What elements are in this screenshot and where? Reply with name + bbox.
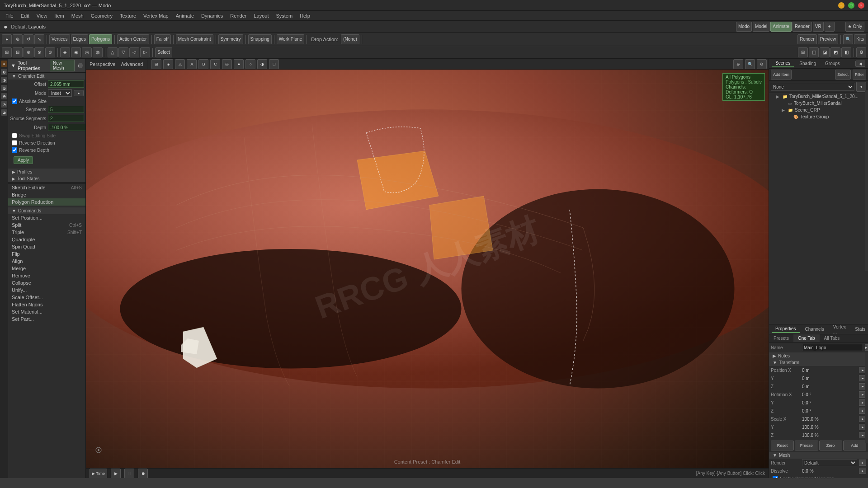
toolbar2-icon1[interactable]: ⊞ [2, 47, 12, 57]
scene-select-btn[interactable]: Select [835, 70, 851, 80]
tree-item-texture-group[interactable]: 🎨 Texture Group [769, 113, 868, 120]
presets-tab[interactable]: Presets [769, 334, 793, 342]
symmetry-btn[interactable]: Symmetry [218, 34, 243, 44]
toolbar2-icon3[interactable]: ⊕ [24, 47, 33, 57]
add-item-btn[interactable]: Add Item [771, 70, 792, 80]
mesh-section[interactable]: ▼ Mesh [769, 452, 868, 459]
menu-texture[interactable]: Texture [116, 11, 140, 21]
vertices-btn[interactable]: Vertices [49, 34, 70, 44]
vp-icon-10[interactable]: ◑ [257, 59, 267, 69]
tab-vr[interactable]: VR [813, 22, 824, 32]
vp-zoom-btn[interactable]: 🔍 [745, 59, 755, 69]
menu-edit[interactable]: Edit [17, 11, 33, 21]
scale-offset-item[interactable]: Scale Offset... [8, 294, 85, 301]
vp-icon-2[interactable]: ◈ [163, 59, 173, 69]
left-icon-7[interactable]: ◕ [1, 109, 7, 116]
toolbar2-icon8[interactable]: ◎ [82, 47, 92, 57]
info-icon[interactable]: i [78, 63, 83, 68]
toolbar2-icon12[interactable]: ◁ [129, 47, 139, 57]
toolbar2-icon7[interactable]: ◉ [71, 47, 81, 57]
new-mesh-btn[interactable]: New Mesh [50, 60, 75, 71]
vp-fit-btn[interactable]: ⊕ [733, 59, 743, 69]
left-icon-4[interactable]: ◒ [1, 85, 7, 91]
one-tab-tab[interactable]: One Tab [793, 334, 820, 342]
filter-icon[interactable]: ▾ [856, 82, 866, 92]
search-icon[interactable]: 🔍 [843, 34, 853, 44]
mode-select[interactable]: Inset [48, 89, 72, 97]
right-panel-scrollbar[interactable] [865, 352, 868, 443]
swap-editing-side-checkbox[interactable] [12, 133, 17, 138]
toolbar2-icon11[interactable]: ▽ [118, 47, 128, 57]
advanced-label[interactable]: Advanced [119, 61, 145, 67]
name-edit-btn[interactable]: ▸ [865, 344, 868, 351]
vp-icon-8[interactable]: ● [234, 59, 244, 69]
left-icon-2[interactable]: ◐ [1, 69, 7, 75]
set-material-item[interactable]: Set Material... [8, 308, 85, 315]
menu-animate[interactable]: Animate [172, 11, 198, 21]
menu-item[interactable]: Item [51, 11, 67, 21]
maximize-button[interactable]: □ [848, 2, 854, 9]
reset-button[interactable]: Reset [771, 441, 794, 450]
tool-states-header[interactable]: ▶ Tool States [8, 175, 85, 182]
groups-tab[interactable]: Groups [821, 60, 844, 67]
toolbar2-right1[interactable]: ⊞ [798, 47, 808, 57]
snapping-btn[interactable]: Snapping [248, 34, 272, 44]
dissolve-edit[interactable]: ▸ [859, 468, 866, 474]
kits-btn[interactable]: Kits [854, 34, 866, 44]
preview-btn[interactable]: Preview [818, 34, 839, 44]
work-plane-btn[interactable]: Work Plane [277, 34, 305, 44]
spin-quad-item[interactable]: Spin Quad [8, 243, 85, 250]
flip-item[interactable]: Flip [8, 250, 85, 258]
commands-header[interactable]: ▼ Commands [8, 207, 85, 214]
left-icon-3[interactable]: ◑ [1, 77, 7, 83]
expand-right-btn[interactable]: ◀ [855, 61, 865, 67]
collapse-item[interactable]: Collapse [8, 279, 85, 286]
toolbar2-icon5[interactable]: ⊘ [45, 47, 55, 57]
toolbar2-select[interactable]: Select [155, 47, 172, 57]
toolbar2-icon9[interactable]: ◍ [93, 47, 103, 57]
polygons-btn[interactable]: Polygons [89, 34, 112, 44]
name-input[interactable] [802, 344, 863, 351]
quadruple-item[interactable]: Quadruple [8, 236, 85, 243]
only-button[interactable]: ★ Only [845, 22, 864, 32]
transform-section[interactable]: ▼ Transform [769, 359, 868, 366]
vertex-tab[interactable]: Vertex ... [830, 324, 849, 335]
reverse-depth-checkbox[interactable] [12, 147, 17, 153]
render-btn[interactable]: Render [797, 34, 817, 44]
toolbar2-icon6[interactable]: ◈ [60, 47, 70, 57]
tool-properties-header[interactable]: ▼ Tool Properties New Mesh i [8, 59, 85, 73]
close-button[interactable]: × [858, 2, 864, 9]
tab-render[interactable]: Render [793, 22, 812, 32]
perspective-label[interactable]: Perspective [88, 61, 117, 67]
render-edit[interactable]: ▸ [859, 460, 866, 466]
toolbar2-icon13[interactable]: ▷ [140, 47, 150, 57]
scene-filter-dropdown[interactable]: None [771, 83, 854, 91]
all-tabs-tab[interactable]: All Tabs [820, 334, 844, 342]
left-icon-6[interactable]: ◔ [1, 101, 7, 108]
scene-filter-btn[interactable]: Filter [853, 70, 866, 80]
tab-model[interactable]: Model [753, 22, 769, 32]
channels-tab[interactable]: Channels [802, 326, 828, 333]
menu-mesh[interactable]: Mesh [68, 11, 87, 21]
vp-icon-6[interactable]: C [210, 59, 220, 69]
vp-icon-5[interactable]: B [198, 59, 208, 69]
properties-tab[interactable]: Properties [772, 325, 800, 333]
vp-settings-btn[interactable]: ⚙ [757, 59, 767, 69]
tab-animate[interactable]: Animate [770, 22, 792, 32]
toolbar2-right4[interactable]: ◩ [830, 47, 840, 57]
pause-btn[interactable]: ⏸ [124, 469, 134, 479]
select-mode-btn[interactable]: ▸ [2, 34, 12, 44]
triple-item[interactable]: Triple Shift+T [8, 229, 85, 236]
scale-btn[interactable]: ⤡ [34, 34, 44, 44]
scenes-tab[interactable]: Scenes [772, 60, 794, 67]
enable-cmd-regions-checkbox[interactable] [773, 476, 778, 478]
unify-item[interactable]: Unify... [8, 286, 85, 294]
rotate-btn[interactable]: ↺ [24, 34, 33, 44]
transform-btn[interactable]: ⊕ [13, 34, 23, 44]
reverse-direction-checkbox[interactable] [12, 140, 17, 145]
vp-icon-9[interactable]: ○ [245, 59, 255, 69]
remove-item[interactable]: Remove [8, 272, 85, 279]
menu-vertexmap[interactable]: Vertex Map [140, 11, 172, 21]
vp-icon-1[interactable]: ⊞ [151, 59, 161, 69]
add-button[interactable]: Add [843, 441, 866, 450]
